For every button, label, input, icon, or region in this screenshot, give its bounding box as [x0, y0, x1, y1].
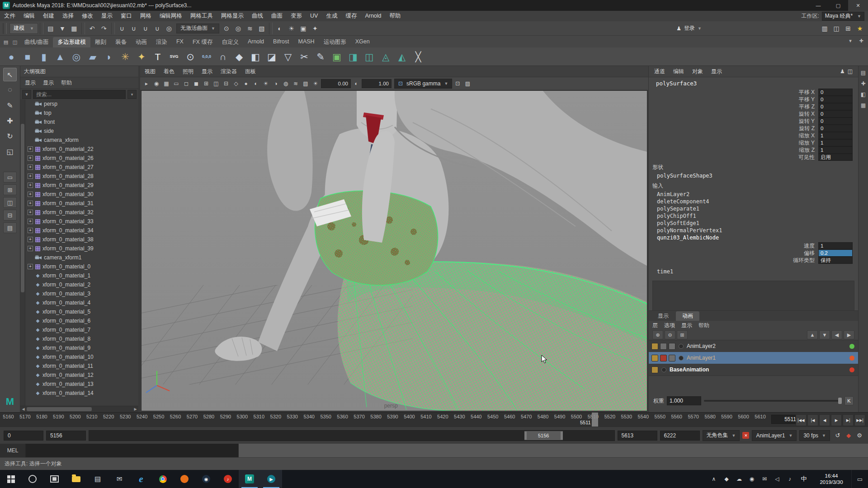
outliner-horizontal-scrollbar[interactable]: ◀ ▶	[20, 406, 138, 412]
viewport-lock-icon[interactable]: ◉	[152, 79, 161, 88]
timeline-tick-5350[interactable]: 5350	[320, 414, 331, 419]
show-menu[interactable]: 显示	[711, 68, 722, 75]
timeline-tick-5250[interactable]: 5250	[153, 414, 164, 419]
field-chart-icon[interactable]: ⊞	[202, 79, 211, 88]
step-forward-frame-button[interactable]: ▶|	[843, 414, 854, 426]
play-backwards-button[interactable]: ◀	[819, 414, 830, 426]
move-tool[interactable]: ✚	[3, 114, 17, 127]
layer-menu-2[interactable]: 显示	[681, 322, 692, 329]
timeline-tick-5530[interactable]: 5530	[621, 414, 632, 419]
timeline-tick-5280[interactable]: 5280	[203, 414, 214, 419]
outliner-menu-0[interactable]: 显示	[25, 79, 36, 87]
channel-value-field[interactable]: 0	[818, 103, 853, 110]
expand-icon[interactable]: +	[28, 183, 33, 188]
select-tool[interactable]: ↖	[3, 68, 17, 81]
mel-label[interactable]: MEL	[0, 444, 26, 457]
time-node[interactable]: time1	[649, 264, 858, 275]
edge-icon[interactable]: e	[130, 470, 152, 488]
channel-label[interactable]: 旋转 Z	[799, 125, 815, 132]
shelf-tab-7[interactable]: FX 缓存	[188, 37, 217, 47]
shape-node-name[interactable]: polySurfaceShape3	[649, 172, 858, 179]
timeline-tick-5610[interactable]: 5610	[755, 414, 765, 419]
channel-value-field[interactable]: 1	[818, 139, 853, 146]
timeline-tick-5560[interactable]: 5560	[671, 414, 682, 419]
input-method-indicator[interactable]: 中	[796, 470, 811, 488]
construction-toggle[interactable]: ▧	[256, 23, 267, 34]
timeline-tick-5390[interactable]: 5390	[387, 414, 398, 419]
poly-plane-tool-icon[interactable]: ▰	[85, 49, 100, 64]
input-node-0[interactable]: AnimLayer2	[649, 191, 858, 198]
channel-value-field[interactable]: 保持	[818, 257, 853, 264]
menu-item-11[interactable]: 曲线	[248, 11, 267, 21]
timeline-tick-5550[interactable]: 5550	[655, 414, 665, 419]
go-to-end-button[interactable]: ▶▶|	[854, 414, 865, 426]
timeline-tick-5380[interactable]: 5380	[370, 414, 381, 419]
combine-tool-icon[interactable]: ◆	[231, 49, 247, 64]
mel-command-input[interactable]	[26, 444, 238, 457]
snap-to-plane-toggle[interactable]: ∪	[152, 23, 163, 34]
render-current-frame-button[interactable]: ◐	[274, 23, 285, 34]
film-gate-icon[interactable]: ▭	[172, 79, 181, 88]
redo-button[interactable]: ↷	[99, 23, 109, 34]
shelf-tab-1[interactable]: 多边形建模	[53, 37, 90, 47]
xray-icon[interactable]: ▨	[463, 79, 472, 88]
viewport-menu-3[interactable]: 显示	[202, 68, 212, 75]
channel-label[interactable]: 平移 Z	[799, 103, 815, 111]
timeline-tick-5410[interactable]: 5410	[420, 414, 431, 419]
secondary-window-icon[interactable]: ▶	[260, 470, 282, 488]
gate-mask-icon[interactable]: ◼	[192, 79, 201, 88]
timeline-tick-5330[interactable]: 5330	[287, 414, 297, 419]
outliner-item-xform-0-material-10[interactable]: xform_0_material_10	[25, 352, 138, 361]
action-center-button[interactable]: ▭	[851, 470, 868, 488]
move-layer-up-button[interactable]: ▲	[807, 330, 818, 339]
menu-item-13[interactable]: 变形	[287, 11, 306, 21]
menu-item-10[interactable]: 网格显示	[217, 11, 248, 21]
channel-label[interactable]: 缩放 Z	[799, 146, 815, 154]
outliner-menu-2[interactable]: 帮助	[61, 79, 72, 87]
shelf-tab-8[interactable]: 自定义	[217, 37, 243, 47]
modeling-toolkit-tab[interactable]: ▦	[861, 102, 866, 108]
menu-set-dropdown[interactable]: 建模 ▼	[9, 23, 38, 34]
layer-status-dot[interactable]	[849, 344, 854, 349]
outliner-item-xform-0-material-32[interactable]: +xform_0_material_32	[25, 208, 138, 217]
outliner-item-xform-0-material-9[interactable]: xform_0_material_9	[25, 343, 138, 352]
minimize-button[interactable]: —	[808, 0, 828, 11]
gamma-field[interactable]: 1.00	[362, 79, 392, 88]
shaded-icon[interactable]: ●	[241, 79, 250, 88]
timeline-tick-5450[interactable]: 5450	[487, 414, 498, 419]
layout-outliner-persp[interactable]: ▤	[3, 222, 17, 233]
timeline-tick-5590[interactable]: 5590	[721, 414, 732, 419]
multi-cut-tool-icon[interactable]: ✂	[297, 49, 312, 64]
playback-end-field[interactable]: 5613	[618, 431, 657, 441]
booleans-tool-icon[interactable]: ◧	[248, 49, 263, 64]
playback-loop-button[interactable]: ↺	[833, 431, 843, 441]
layer-toggle-icon[interactable]	[651, 355, 658, 361]
poly-cone-tool-icon[interactable]: ▲	[52, 49, 68, 64]
isolate-select-icon[interactable]: ⊡	[453, 79, 462, 88]
timeline-tick-5580[interactable]: 5580	[704, 414, 715, 419]
shelf-tab-0[interactable]: 曲线/曲面	[20, 37, 53, 47]
safe-title-icon[interactable]: ⊟	[222, 79, 231, 88]
extrude-tool-icon[interactable]: ▽	[280, 49, 296, 64]
scroll-left-icon[interactable]: ◀	[20, 406, 26, 412]
netease-music-icon[interactable]: ♪	[217, 470, 239, 488]
poly-torus-tool-icon[interactable]: ◎	[69, 49, 84, 64]
taskbar-clock[interactable]: 16:44 2019/3/30	[811, 473, 851, 485]
timeline-ruler[interactable]: 5160517051805190520052105220523052405250…	[0, 413, 769, 427]
channel-value-field[interactable]: 0	[818, 125, 853, 132]
channel-value-field[interactable]: 1	[818, 132, 853, 139]
bevel-tool-icon[interactable]: ◪	[264, 49, 279, 64]
outliner-item-xform-0-material-29[interactable]: +xform_0_material_29	[25, 181, 138, 190]
channel-label[interactable]: 平移 Y	[799, 96, 815, 103]
grid-toggle-icon[interactable]: ⊞	[843, 23, 854, 34]
create-override-layer-button[interactable]: ⊞	[677, 330, 688, 339]
shelf-tab-12[interactable]: 运动图形	[319, 37, 351, 47]
timeline-tick-5270[interactable]: 5270	[187, 414, 198, 419]
layer-active-radio[interactable]	[661, 367, 666, 372]
viewport-select-icon[interactable]: ▸	[142, 79, 151, 88]
playback-start-field[interactable]: 5156	[46, 431, 86, 441]
select-next-layer-button[interactable]: ▶	[844, 330, 854, 339]
viewport-grid-icon[interactable]: ▦	[162, 79, 171, 88]
outliner-item-xform-0-material-34[interactable]: +xform_0_material_34	[25, 226, 138, 235]
highlighted-tool-icon[interactable]: ★	[854, 23, 865, 34]
